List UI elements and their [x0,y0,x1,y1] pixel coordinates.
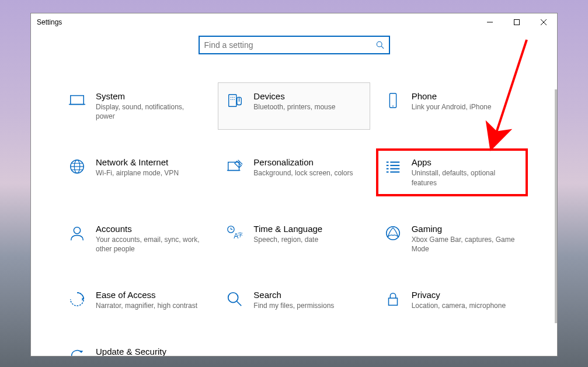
svg-point-13 [232,99,234,100]
settings-grid: System Display, sound, notifications, po… [60,82,528,356]
search-icon [376,41,384,49]
settings-window: Settings [30,13,558,356]
tile-time-language[interactable]: A字 Time & Language Speech, region, date [218,215,370,262]
content-area: System Display, sound, notifications, po… [31,54,557,356]
svg-point-12 [231,99,232,100]
ease-of-access-icon [68,290,86,309]
personalization-icon [225,157,244,176]
tile-search[interactable]: Search Find my files, permissions [218,281,370,319]
accounts-icon [68,224,86,243]
close-button[interactable] [530,13,557,31]
tile-desc: Display, sound, notifications, power [96,102,204,121]
tile-desc: Wi-Fi, airplane mode, VPN [96,168,204,178]
tile-title: Time & Language [253,224,362,234]
tile-desc: Xbox Game Bar, captures, Game Mode [412,235,520,254]
titlebar: Settings [31,13,557,31]
tile-title: Update & Security [96,347,204,356]
scrollbar[interactable] [550,89,557,356]
tile-devices[interactable]: Devices Bluetooth, printers, mouse [218,82,370,130]
tile-desc: Uninstall, defaults, optional features [412,168,520,187]
maximize-button[interactable] [503,13,530,31]
scrollbar-thumb[interactable] [555,89,557,323]
tile-personalization[interactable]: Personalization Background, lock screen,… [218,148,370,196]
tile-desc: Location, camera, microphone [412,301,520,310]
minimize-button[interactable] [476,13,503,31]
tile-desc: Link your Android, iPhone [412,102,520,112]
svg-rect-1 [514,20,520,25]
tile-gaming[interactable]: Gaming Xbox Game Bar, captures, Game Mod… [376,215,528,262]
svg-line-5 [381,46,384,49]
svg-rect-6 [71,96,84,105]
svg-point-11 [234,97,235,98]
search-tile-icon [225,290,244,309]
tile-privacy[interactable]: Privacy Location, camera, microphone [376,281,528,319]
tile-desc: Speech, region, date [253,235,362,244]
tile-title: Accounts [96,224,204,234]
tile-ease-of-access[interactable]: Ease of Access Narrator, magnifier, high… [60,281,212,319]
tile-desc: Background, lock screen, colors [253,168,362,178]
svg-point-14 [234,99,235,100]
tile-desc: Find my files, permissions [253,301,362,310]
svg-point-9 [231,97,232,98]
svg-point-10 [232,97,234,98]
phone-icon [384,91,402,110]
tile-network[interactable]: Network & Internet Wi-Fi, airplane mode,… [60,148,212,196]
svg-point-35 [74,227,80,233]
system-icon [68,91,86,110]
tile-desc: Your accounts, email, sync, work, other … [96,235,204,254]
search-input[interactable] [204,40,376,50]
tile-title: Phone [412,91,520,101]
apps-icon [384,157,402,176]
tile-desc: Narrator, magnifier, high contrast [96,301,204,310]
svg-point-41 [386,227,399,240]
svg-rect-8 [229,95,236,107]
svg-text:字: 字 [238,231,243,237]
tile-title: Network & Internet [96,157,204,167]
svg-line-44 [237,302,242,306]
globe-icon [68,157,86,176]
search-box[interactable] [199,36,390,54]
svg-rect-45 [388,298,397,305]
update-icon [68,347,86,356]
search-container [31,36,557,54]
gaming-icon [384,224,402,243]
tile-phone[interactable]: Phone Link your Android, iPhone [376,82,528,130]
tile-system[interactable]: System Display, sound, notifications, po… [60,82,212,130]
lock-icon [384,290,402,309]
time-language-icon: A字 [225,224,244,243]
tile-title: Devices [253,91,362,101]
svg-point-18 [392,105,394,106]
tile-title: Privacy [412,290,520,300]
tile-desc: Bluetooth, printers, mouse [253,102,362,112]
window-controls [476,13,557,31]
tile-title: Personalization [253,157,362,167]
window-title: Settings [37,18,62,26]
tile-update-security[interactable]: Update & Security [60,338,212,356]
tile-title: Gaming [412,224,520,234]
svg-point-4 [377,41,382,47]
svg-point-43 [228,293,238,303]
tile-title: Ease of Access [96,290,204,300]
tile-title: Search [253,290,362,300]
tile-title: Apps [412,157,520,167]
tile-accounts[interactable]: Accounts Your accounts, email, sync, wor… [60,215,212,262]
tile-apps[interactable]: Apps Uninstall, defaults, optional featu… [376,148,528,196]
tile-title: System [96,91,204,101]
devices-icon [225,91,244,110]
